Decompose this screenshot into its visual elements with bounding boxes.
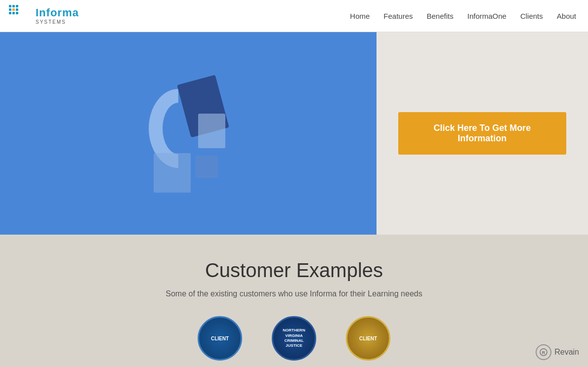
logo-brand: Informa — [36, 7, 79, 19]
hero-cta-area: Click Here To Get More Information — [377, 32, 588, 235]
informa-logo-icon — [8, 4, 32, 28]
customer-logo-2-label: NORTHERN VIRGINIA CRIMINAL JUSTICE — [277, 328, 311, 349]
svg-rect-2 — [16, 5, 18, 7]
customer-logo-3: CLIENT — [346, 316, 390, 361]
site-header: Informa SYSTEMS Home Features Benefits I… — [0, 0, 588, 32]
nav-clients[interactable]: Clients — [520, 12, 543, 20]
svg-rect-3 — [9, 8, 11, 11]
svg-rect-8 — [16, 12, 18, 14]
nav-features[interactable]: Features — [383, 12, 413, 20]
main-nav: Home Features Benefits InformaOne Client… — [350, 12, 576, 20]
svg-rect-0 — [9, 5, 11, 7]
logo[interactable]: Informa SYSTEMS — [8, 4, 79, 28]
revain-icon: R — [536, 344, 551, 360]
customer-section-heading: Customer Examples — [10, 259, 578, 282]
logo-subtitle: SYSTEMS — [36, 19, 79, 25]
svg-rect-1 — [12, 5, 15, 7]
cta-button[interactable]: Click Here To Get More Information — [398, 112, 566, 155]
shape-rect2 — [154, 153, 191, 193]
svg-rect-4 — [12, 8, 15, 11]
hero-section: Click Here To Get More Information — [0, 32, 588, 235]
customer-section: Customer Examples Some of the existing c… — [0, 235, 588, 367]
customer-logos: CLIENT NORTHERN VIRGINIA CRIMINAL JUSTIC… — [10, 316, 578, 367]
svg-rect-6 — [9, 12, 11, 14]
svg-text:R: R — [542, 350, 546, 355]
svg-rect-5 — [16, 8, 18, 11]
customer-logo-3-label: CLIENT — [359, 336, 377, 341]
nav-about[interactable]: About — [557, 12, 576, 20]
shape-rect1 — [198, 114, 225, 148]
logo-text: Informa SYSTEMS — [36, 7, 79, 24]
svg-rect-7 — [12, 12, 15, 14]
customer-logo-2: NORTHERN VIRGINIA CRIMINAL JUSTICE — [272, 316, 316, 361]
revain-watermark: R Revain — [536, 344, 579, 360]
shape-rect3 — [196, 156, 218, 178]
revain-logo-icon: R — [539, 348, 548, 357]
customer-logo-1: CLIENT — [198, 316, 242, 361]
nav-home[interactable]: Home — [350, 12, 370, 20]
revain-label: Revain — [554, 348, 579, 357]
nav-informaone[interactable]: InformaOne — [467, 12, 506, 20]
customer-logo-1-label: CLIENT — [211, 336, 229, 341]
customer-section-subheading: Some of the existing customers who use I… — [10, 289, 578, 298]
hero-graphic — [139, 69, 238, 198]
hero-image-area — [0, 32, 377, 235]
nav-benefits[interactable]: Benefits — [427, 12, 454, 20]
